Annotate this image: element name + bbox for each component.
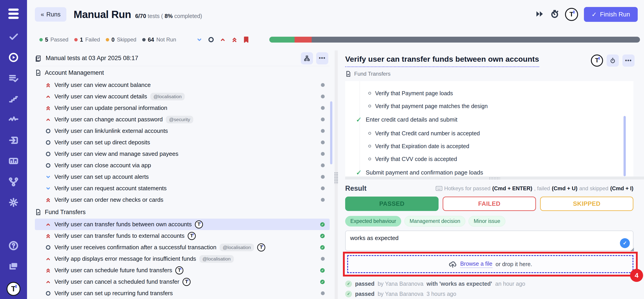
steps-icon[interactable] [8, 94, 19, 104]
test-tag: @localisation [199, 255, 234, 263]
test-detail-panel: Verify user can transfer funds between o… [342, 51, 644, 299]
priority-highest-filter-icon[interactable] [231, 36, 238, 43]
splitter-drag-handle[interactable] [334, 172, 338, 184]
test-row-title: Verify user can schedule future fund tra… [54, 267, 172, 274]
test-step[interactable]: ✓ Enter credit card details and submit [345, 113, 634, 127]
finish-run-button[interactable]: ✓ Finish Run [584, 7, 638, 22]
quick-tag[interactable]: Expected behaviour [345, 216, 401, 226]
test-row[interactable]: Verify user can view account balance [35, 79, 330, 91]
steps-scrollbar[interactable] [624, 116, 626, 176]
test-row[interactable]: Verify user can view and manage saved pa… [35, 148, 330, 160]
skipped-button[interactable]: SKIPPED [540, 197, 634, 211]
menu-icon[interactable] [8, 9, 19, 19]
test-substep[interactable]: Verify that CVV code is accepted [345, 153, 634, 165]
test-row[interactable]: Verify user can schedule future fund tra… [35, 264, 330, 276]
activity-icon[interactable] [8, 114, 19, 125]
chevrons-left-icon: « [41, 11, 44, 18]
test-row[interactable]: Verify app displays error message for in… [35, 253, 330, 264]
automated-test-icon [195, 220, 203, 228]
stat-skipped[interactable]: 0 Skipped [106, 37, 136, 43]
timer-button[interactable] [607, 55, 619, 67]
test-row[interactable]: Verify user can cancel a scheduled fund … [35, 276, 330, 287]
panel-splitter[interactable] [330, 51, 342, 299]
status-passed-icon: ✓ [320, 245, 325, 250]
automated-test-icon[interactable] [591, 55, 603, 67]
test-step[interactable]: ✓ Submit payment and confirmation page l… [345, 165, 634, 177]
back-to-runs-button[interactable]: « Runs [35, 7, 66, 22]
play-circle-icon[interactable] [8, 52, 19, 63]
submit-comment-button[interactable]: ✓ [620, 238, 630, 248]
stat-notrun[interactable]: 64 Not Run [142, 37, 176, 43]
file-dropzone[interactable]: Browse a file or drop it here. [347, 255, 634, 273]
test-row[interactable]: Verify user can order new checks or card… [35, 194, 330, 206]
resize-handle-icon[interactable]: ◢ [630, 246, 634, 252]
test-substep[interactable]: Verify that Credit card number is accept… [345, 127, 634, 140]
priority-highest-icon [45, 82, 51, 88]
test-row[interactable]: Verify user can transfer funds to extern… [35, 230, 330, 242]
divider-drag-handle[interactable] [489, 177, 500, 179]
history-passed-icon: ✓ [345, 291, 352, 297]
test-substep[interactable]: Verify that payment page matches the des… [345, 100, 634, 113]
test-row[interactable]: Verify user can link/unlink external acc… [35, 125, 330, 137]
priority-low-icon [45, 174, 51, 180]
import-icon[interactable] [8, 135, 19, 145]
run-list-icon[interactable] [8, 73, 19, 83]
group-by-suite-button[interactable] [301, 52, 313, 64]
suite-header[interactable]: Fund Transfers [35, 206, 330, 219]
status-notrun-icon [321, 95, 325, 98]
stopwatch-icon[interactable] [550, 10, 559, 19]
tests-list-scrollbar[interactable] [330, 101, 332, 164]
bookmark-filter-icon[interactable] [243, 36, 250, 43]
test-row[interactable]: Verify user can close account via app [35, 160, 330, 171]
test-row[interactable]: Verify user receives confirmation after … [35, 242, 330, 253]
step-text: Enter credit card details and submit [366, 116, 458, 123]
test-title[interactable]: Verify user can transfer funds between o… [345, 55, 539, 67]
test-row[interactable]: Verify user can change account password … [35, 114, 330, 125]
browse-file-link[interactable]: Browse a file [460, 260, 492, 268]
test-row[interactable]: Verify user can update personal informat… [35, 102, 330, 114]
file-icon [345, 71, 352, 77]
test-row[interactable]: Verify user can transfer funds between o… [35, 219, 330, 230]
detail-more-button[interactable]: ••• [622, 55, 634, 67]
branch-icon[interactable] [8, 176, 19, 187]
annotation-badge: 4 [630, 269, 643, 282]
test-row[interactable]: Verify user can set up account alerts [35, 171, 330, 183]
quick-tag[interactable]: Minor issue [468, 216, 506, 226]
stat-failed[interactable]: 1 Failed [74, 37, 100, 43]
fast-forward-icon[interactable] [535, 10, 544, 19]
priority-high-filter-icon[interactable] [220, 36, 226, 43]
priority-normal-filter-icon[interactable] [208, 36, 214, 43]
user-avatar[interactable] [565, 8, 578, 21]
substep-text: Verify that Payment page loads [375, 90, 453, 97]
test-row-title: Verify user receives confirmation after … [54, 244, 216, 251]
test-substep[interactable]: Verify that Expiration date is accepted [345, 140, 634, 153]
report-icon[interactable] [8, 156, 19, 166]
test-substep[interactable]: Verify that Payment page loads [345, 87, 634, 100]
test-row[interactable]: Verify user can view account details @lo… [35, 91, 330, 102]
settings-icon[interactable] [8, 197, 19, 208]
passed-button[interactable]: PASSED [345, 197, 438, 211]
failed-button[interactable]: FAILED [442, 197, 536, 211]
steps-result-divider[interactable] [345, 176, 644, 179]
testomat-logo[interactable] [6, 282, 20, 296]
suite-header[interactable]: Account Management [35, 66, 330, 79]
projects-icon[interactable] [8, 261, 19, 271]
breadcrumb[interactable]: Fund Transfers [345, 71, 644, 77]
run-progress-summary: 6/70 tests ( 8% completed) [135, 13, 202, 19]
priority-low-filter-icon[interactable] [196, 36, 203, 43]
test-row[interactable]: Verify user can request account statemen… [35, 183, 330, 194]
file-icon [35, 69, 42, 76]
stat-passed[interactable]: 5 Passed [40, 37, 68, 43]
priority-highest-icon [45, 267, 51, 273]
check-icon[interactable] [8, 32, 19, 42]
test-row-title: Verify user can order new checks or card… [54, 196, 163, 203]
result-header: Result Hotkeys for passed (Cmd + ENTER) … [345, 184, 634, 192]
quick-tag[interactable]: Management decision [404, 216, 465, 226]
help-icon[interactable] [8, 240, 19, 251]
test-row[interactable]: Verify user can set up recurring fund tr… [35, 287, 330, 299]
list-more-button[interactable]: ••• [316, 52, 328, 64]
substep-text: Verify that CVV code is accepted [375, 156, 457, 162]
automated-test-icon [175, 266, 184, 274]
comment-input[interactable]: works as expected [345, 230, 634, 251]
test-row[interactable]: Verify user can set up direct deposits [35, 137, 330, 148]
